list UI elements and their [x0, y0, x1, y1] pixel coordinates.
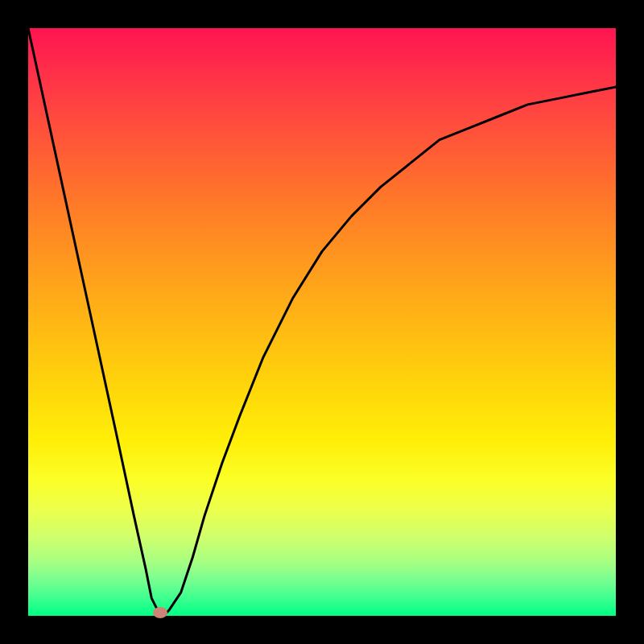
bottleneck-curve: [28, 28, 616, 616]
chart-curve-svg: [28, 28, 616, 616]
optimal-point-marker: [153, 607, 167, 618]
chart-plot-area: [28, 28, 616, 616]
